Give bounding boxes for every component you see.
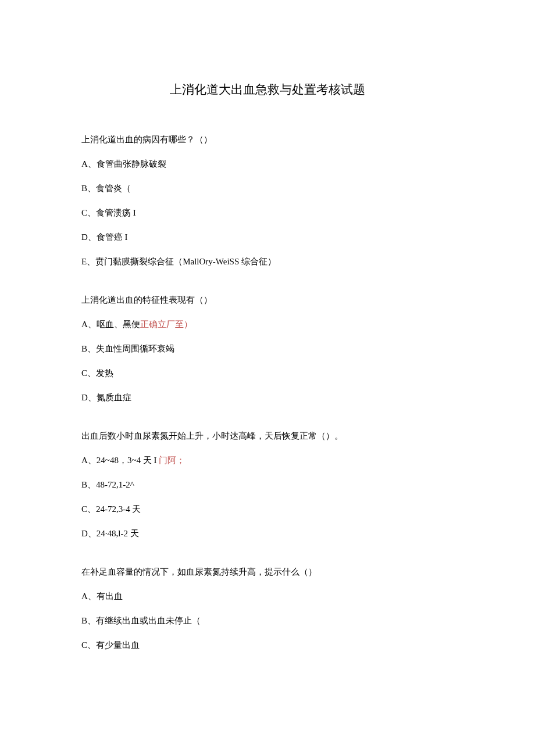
option-label: A、24~48，3~4 天 I [81,456,157,465]
option-b: B、失血性周围循环衰竭 [81,342,454,356]
question-1: 上消化道出血的病因有哪些？（） A、食管曲张静脉破裂 B、食管炎（ C、食管溃疡… [81,132,454,268]
option-b: B、食管炎（ [81,181,454,195]
option-a: A、呕血、黑便正确立厂至） [81,317,454,331]
option-b: B、48-72,1-2^ [81,478,454,492]
option-hint: 正确立厂至） [140,320,192,329]
question-stem: 上消化道出血的特征性表现有（） [81,293,454,307]
question-4: 在补足血容量的情况下，如血尿素氮持续升高，提示什么（） A、有出血 B、有继续出… [81,565,454,652]
option-d: D、24·48,l-2 天 [81,526,454,540]
option-a: A、食管曲张静脉破裂 [81,157,454,171]
option-e: E、贲门黏膜撕裂综合征（MallOry-WeiSS 综合征） [81,255,454,268]
option-a: A、24~48，3~4 天 I 门阿； [81,453,454,467]
option-label: A、呕血、黑便 [81,320,140,329]
option-hint: 门阿； [157,456,186,465]
option-c: C、食管溃疡 I [81,206,454,220]
option-b: B、有继续出血或出血未停止（ [81,614,454,628]
option-d: D、氮质血症 [81,390,454,404]
question-stem: 出血后数小时血尿素氮开始上升，小时达高峰，天后恢复正常（）。 [81,429,454,443]
option-c: C、24-72,3-4 天 [81,502,454,516]
page-title: 上消化道大出血急救与处置考核试题 [81,81,454,98]
question-3: 出血后数小时血尿素氮开始上升，小时达高峰，天后恢复正常（）。 A、24~48，3… [81,429,454,540]
question-2: 上消化道出血的特征性表现有（） A、呕血、黑便正确立厂至） B、失血性周围循环衰… [81,293,454,404]
option-a: A、有出血 [81,589,454,603]
question-stem: 在补足血容量的情况下，如血尿素氮持续升高，提示什么（） [81,565,454,579]
option-c: C、发热 [81,366,454,380]
option-c: C、有少量出血 [81,638,454,652]
question-stem: 上消化道出血的病因有哪些？（） [81,132,454,146]
option-d: D、食管癌 I [81,230,454,244]
